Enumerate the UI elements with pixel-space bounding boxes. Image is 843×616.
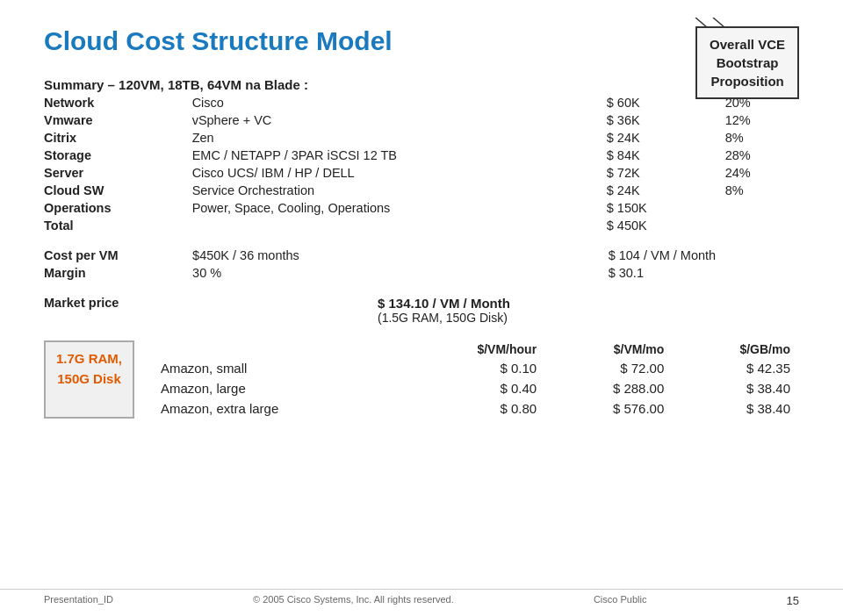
cost-per-vm-amount: $ 104 / VM / Month xyxy=(609,247,799,264)
summary-pct-2: 8% xyxy=(725,129,799,147)
cost-per-vm-label: Cost per VM xyxy=(44,247,192,264)
market-price-row: Market price $ 134.10 / VM / Month (1.5G… xyxy=(44,294,799,326)
summary-row-4: Server Cisco UCS/ IBM / HP / DELL $ 72K … xyxy=(44,164,799,182)
market-price-note: (1.5G RAM, 150G Disk) xyxy=(378,311,794,325)
margin-row: Margin 30 % $ 30.1 xyxy=(44,264,799,282)
summary-label-7: Total xyxy=(44,217,192,234)
amazon-row-0: Amazon, small $ 0.10 $ 72.00 $ 42.35 xyxy=(152,358,799,378)
cost-per-vm-row: Cost per VM $450K / 36 months $ 104 / VM… xyxy=(44,247,799,264)
footer-center: © 2005 Cisco Systems, Inc. All rights re… xyxy=(253,594,454,607)
summary-desc-7 xyxy=(192,217,607,234)
summary-pct-3: 28% xyxy=(725,147,799,164)
summary-row-3: Storage EMC / NETAPP / 3PAR iSCSI 12 TB … xyxy=(44,147,799,164)
summary-label-6: Operations xyxy=(44,199,192,217)
summary-label-0: Network xyxy=(44,94,192,111)
summary-desc-1: vSphere + VC xyxy=(192,111,607,129)
market-price-desc xyxy=(132,294,378,326)
amazon-header-0 xyxy=(152,340,403,358)
market-price-table: Market price $ 134.10 / VM / Month (1.5G… xyxy=(44,294,799,326)
amazon-name-1: Amazon, large xyxy=(152,378,403,398)
ram-disk-line2: 150G Disk xyxy=(56,369,122,390)
amazon-gb-2: $ 38.40 xyxy=(673,398,799,419)
summary-label-3: Storage xyxy=(44,147,192,164)
summary-pct-6 xyxy=(725,199,799,217)
summary-desc-6: Power, Space, Cooling, Operations xyxy=(192,199,607,217)
summary-pct-4: 24% xyxy=(725,164,799,182)
amazon-tbody: Amazon, small $ 0.10 $ 72.00 $ 42.35 Ama… xyxy=(152,358,799,419)
footer-left: Presentation_ID xyxy=(44,594,113,607)
slide-container: Cloud Cost Structure Model Overall VCE B… xyxy=(0,0,843,616)
amazon-header-1: $/VM/hour xyxy=(403,340,545,358)
amazon-hour-0: $ 0.10 xyxy=(403,358,545,378)
footer: Presentation_ID © 2005 Cisco Systems, In… xyxy=(0,589,843,607)
amazon-mo-2: $ 576.00 xyxy=(545,398,673,419)
summary-amount-3: $ 84K xyxy=(607,147,725,164)
summary-pct-7 xyxy=(725,217,799,234)
amazon-mo-0: $ 72.00 xyxy=(545,358,673,378)
amazon-name-0: Amazon, small xyxy=(152,358,403,378)
amazon-header-3: $/GB/mo xyxy=(673,340,799,358)
amazon-gb-1: $ 38.40 xyxy=(673,378,799,398)
amazon-row-2: Amazon, extra large $ 0.80 $ 576.00 $ 38… xyxy=(152,398,799,419)
summary-row-6: Operations Power, Space, Cooling, Operat… xyxy=(44,199,799,217)
amazon-row-1: Amazon, large $ 0.40 $ 288.00 $ 38.40 xyxy=(152,378,799,398)
overall-line1: Overall VCE xyxy=(710,35,785,54)
summary-amount-4: $ 72K xyxy=(607,164,725,182)
amazon-header-2: $/VM/mo xyxy=(545,340,673,358)
amazon-table: $/VM/hour$/VM/mo$/GB/mo Amazon, small $ … xyxy=(152,340,799,419)
summary-amount-5: $ 24K xyxy=(607,182,725,199)
overall-line3: Proposition xyxy=(710,72,785,90)
bottom-section: 1.7G RAM, 150G Disk $/VM/hour$/VM/mo$/GB… xyxy=(44,340,799,419)
overall-line2: Bootstrap xyxy=(710,54,785,72)
summary-desc-0: Cisco xyxy=(192,94,607,111)
amazon-mo-1: $ 288.00 xyxy=(545,378,673,398)
ram-disk-line1: 1.7G RAM, xyxy=(56,349,122,369)
summary-desc-5: Service Orchestration xyxy=(192,182,607,199)
cost-per-vm-desc: $450K / 36 months xyxy=(192,247,609,264)
summary-amount-2: $ 24K xyxy=(607,129,725,147)
summary-desc-2: Zen xyxy=(192,129,607,147)
summary-label-1: Vmware xyxy=(44,111,192,129)
amazon-gb-0: $ 42.35 xyxy=(673,358,799,378)
amazon-hour-2: $ 0.80 xyxy=(403,398,545,419)
summary-amount-7: $ 450K xyxy=(607,217,725,234)
summary-row-5: Cloud SW Service Orchestration $ 24K 8% xyxy=(44,182,799,199)
market-price-label: Market price xyxy=(44,294,132,326)
amazon-data-table: $/VM/hour$/VM/mo$/GB/mo Amazon, small $ … xyxy=(152,340,799,419)
summary-desc-3: EMC / NETAPP / 3PAR iSCSI 12 TB xyxy=(192,147,607,164)
cost-table: Cost per VM $450K / 36 months $ 104 / VM… xyxy=(44,247,799,282)
market-price-amount: $ 134.10 / VM / Month xyxy=(378,296,794,311)
summary-label-2: Citrix xyxy=(44,129,192,147)
amazon-hour-1: $ 0.40 xyxy=(403,378,545,398)
ram-disk-box: 1.7G RAM, 150G Disk xyxy=(44,340,134,419)
margin-desc: 30 % xyxy=(192,264,609,282)
footer-right-text: Cisco Public xyxy=(594,594,647,607)
summary-label-4: Server xyxy=(44,164,192,182)
amazon-name-2: Amazon, extra large xyxy=(152,398,403,419)
summary-label-5: Cloud SW xyxy=(44,182,192,199)
margin-label: Margin xyxy=(44,264,192,282)
summary-row-7: Total $ 450K xyxy=(44,217,799,234)
margin-amount: $ 30.1 xyxy=(609,264,799,282)
summary-desc-4: Cisco UCS/ IBM / HP / DELL xyxy=(192,164,607,182)
overall-vce-box: Overall VCE Bootstrap Proposition xyxy=(695,26,799,99)
page-number: 15 xyxy=(787,594,799,607)
summary-row-2: Citrix Zen $ 24K 8% xyxy=(44,129,799,147)
summary-pct-5: 8% xyxy=(725,182,799,199)
amazon-header-row: $/VM/hour$/VM/mo$/GB/mo xyxy=(152,340,799,358)
summary-amount-6: $ 150K xyxy=(607,199,725,217)
